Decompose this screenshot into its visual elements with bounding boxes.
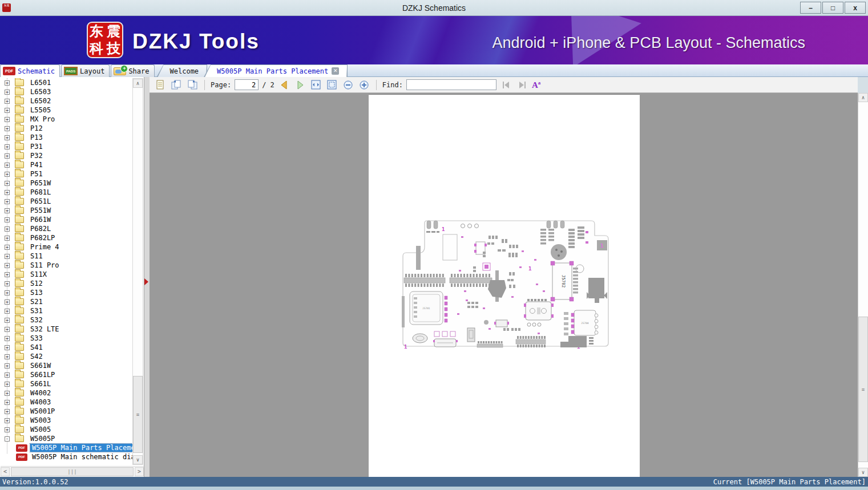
expand-icon[interactable]: + [5,226,10,232]
maximize-button[interactable]: □ [822,2,843,14]
tree-folder-s31[interactable]: +S31 [0,306,133,315]
tree-folder-s32-lte[interactable]: +S32 LTE [0,325,133,334]
rotate-right-icon[interactable] [186,79,199,91]
next-page-icon[interactable] [294,79,306,91]
tree-horizontal-scrollbar[interactable]: < ||| > [1,466,144,476]
expand-icon[interactable]: + [5,163,10,168]
minimize-button[interactable]: – [800,2,821,14]
rotate-left-icon[interactable] [170,79,183,91]
tree-folder-p51[interactable]: +P51 [0,169,133,179]
expand-icon[interactable]: + [5,427,10,432]
expand-icon[interactable]: + [5,208,10,213]
expand-icon[interactable]: + [5,217,10,222]
tree-folder-p682l[interactable]: +P682L [0,224,133,233]
expand-icon[interactable]: + [5,236,10,241]
expand-icon[interactable]: + [5,354,10,359]
expand-icon[interactable]: + [5,108,10,113]
tree-folder-l6503[interactable]: +L6503 [0,87,133,96]
tree-folder-w4002[interactable]: +W4002 [0,388,133,398]
scrollbar-thumb[interactable]: ≡ [858,317,868,462]
expand-icon[interactable]: + [5,327,10,332]
expand-icon[interactable]: + [5,309,10,314]
scrollbar-thumb[interactable]: ||| [11,467,134,476]
expand-icon[interactable]: + [5,135,10,140]
tree-folder-p661w[interactable]: +P661W [0,215,133,224]
find-next-icon[interactable] [516,79,528,91]
tree-folder-s41[interactable]: +S41 [0,343,133,352]
tree-folder-w5005p[interactable]: -W5005P [0,434,133,443]
tree-document-w5005p-main-parts-placement[interactable]: PDFW5005P Main Parts Placement [0,443,133,452]
zoom-in-icon[interactable] [358,79,370,91]
tree-folder-s21[interactable]: +S21 [0,297,133,306]
tree-folder-s661lp[interactable]: +S661LP [0,370,133,379]
scroll-left-icon[interactable]: < [1,467,10,476]
tree-folder-l6502[interactable]: +L6502 [0,96,133,106]
expand-icon[interactable]: + [5,245,10,250]
expand-icon[interactable]: + [5,263,10,268]
expand-icon[interactable]: + [5,318,10,323]
tree-folder-s32[interactable]: +S32 [0,315,133,325]
expand-icon[interactable]: + [5,90,10,95]
expand-icon[interactable]: + [5,254,10,259]
fit-width-icon[interactable] [310,79,322,91]
expand-icon[interactable]: + [5,153,10,159]
tree-folder-w5001p[interactable]: +W5001P [0,407,133,416]
scroll-down-icon[interactable]: ∨ [133,455,143,464]
tab-share[interactable]: Share [111,64,154,77]
expand-icon[interactable]: + [5,418,10,423]
scroll-right-icon[interactable]: > [135,467,144,476]
expand-icon[interactable]: + [5,372,10,378]
expand-icon[interactable]: + [5,363,10,368]
tree-document-w5005p-main-schematic-diagram[interactable]: PDFW5005P Main schematic diagram [0,452,133,461]
expand-icon[interactable]: + [5,336,10,341]
tree-folder-w5005[interactable]: +W5005 [0,425,133,434]
tree-folder-s11x[interactable]: +S11X [0,270,133,279]
collapse-icon[interactable]: - [5,436,10,442]
find-prev-icon[interactable] [500,79,512,91]
tree-folder-s12[interactable]: +S12 [0,279,133,288]
viewer-vertical-scrollbar[interactable]: ∧ ≡ ∨ [858,93,868,477]
expand-icon[interactable]: + [5,409,10,414]
expand-icon[interactable]: + [5,290,10,295]
prev-page-icon[interactable] [278,79,290,91]
tree-folder-s661l[interactable]: +S661L [0,379,133,388]
tree-folder-p13[interactable]: +P13 [0,133,133,142]
fit-page-icon[interactable] [326,79,338,91]
expand-icon[interactable]: + [5,126,10,131]
tree-folder-s661w[interactable]: +S661W [0,361,133,370]
tree-folder-p682lp[interactable]: +P682LP [0,233,133,242]
doc-tab-w5005p-main-parts-placement[interactable]: W5005P Main Parts Placement ✕ [204,64,348,77]
tab-layout[interactable]: PADS Layout [61,64,110,77]
tree-folder-p12[interactable]: +P12 [0,124,133,133]
match-case-icon[interactable]: Aa [532,80,540,90]
expand-icon[interactable]: + [5,144,10,149]
tree-folder-s42[interactable]: +S42 [0,352,133,361]
expand-icon[interactable]: + [5,99,10,104]
expand-icon[interactable]: + [5,80,10,86]
expand-icon[interactable]: + [5,345,10,350]
tree-folder-s11-pro[interactable]: +S11 Pro [0,261,133,270]
tree-folder-s13[interactable]: +S13 [0,288,133,297]
tree-vertical-scrollbar[interactable]: ∧ ≡ ∨ [132,78,143,465]
tree-folder-p651l[interactable]: +P651L [0,197,133,206]
find-input[interactable] [406,79,496,90]
expand-icon[interactable]: + [5,190,10,195]
scrollbar-thumb[interactable]: ≡ [133,376,143,453]
expand-icon[interactable]: + [5,172,10,177]
tree-folder-l6501[interactable]: +L6501 [0,78,133,87]
scroll-up-icon[interactable]: ∧ [133,79,143,88]
close-button[interactable]: x [845,2,866,14]
document-viewer[interactable]: 1 1 1 1 1 [150,93,858,477]
page-number-input[interactable] [235,79,259,90]
expand-icon[interactable]: + [5,117,10,122]
scroll-up-icon[interactable]: ∧ [858,93,868,102]
panel-splitter[interactable] [144,77,150,477]
expand-icon[interactable]: + [5,272,10,277]
expand-icon[interactable]: + [5,382,10,387]
expand-icon[interactable]: + [5,400,10,405]
tree-folder-s11[interactable]: +S11 [0,252,133,261]
tree-folder-p651w[interactable]: +P651W [0,179,133,188]
tree-folder-p31[interactable]: +P31 [0,142,133,151]
tree-folder-prime-4[interactable]: +Prime 4 [0,242,133,252]
tree-folder-p681l[interactable]: +P681L [0,188,133,197]
